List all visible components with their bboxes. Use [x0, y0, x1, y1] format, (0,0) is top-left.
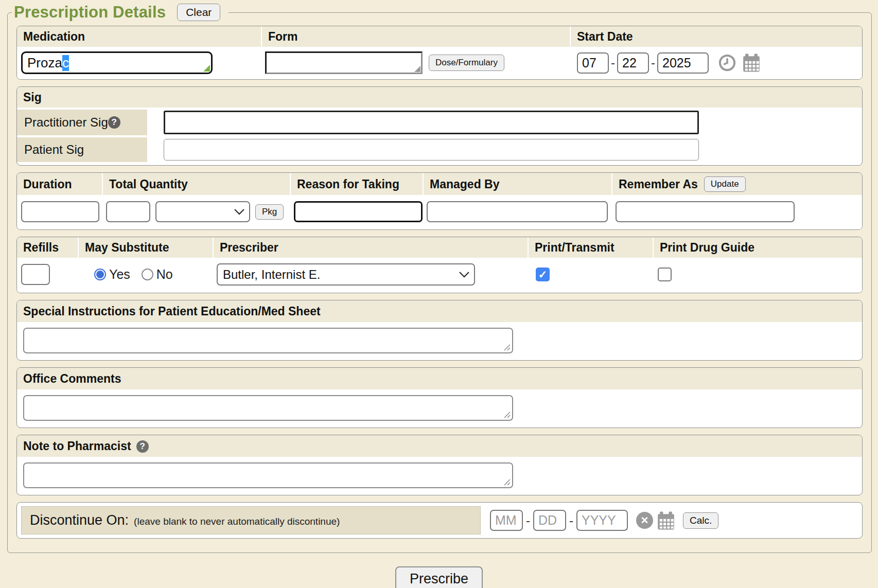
date-separator: - — [569, 513, 573, 528]
prescription-details-fieldset: Prescription Details Clear Medication Fo… — [7, 3, 872, 553]
special-instructions-header: Special Instructions for Patient Educati… — [17, 300, 862, 322]
print-drug-guide-header: Print Drug Guide — [654, 237, 862, 258]
medication-header: Medication — [17, 26, 262, 47]
discontinue-hint: (leave blank to never automatically disc… — [134, 516, 340, 527]
medication-section: Medication Form Start Date Prozac Dose/F… — [16, 26, 863, 80]
help-icon[interactable]: ? — [108, 116, 120, 129]
remember-as-input[interactable] — [616, 201, 795, 222]
quantity-unit-select[interactable] — [155, 201, 250, 222]
substitute-no-radio[interactable]: No — [142, 267, 173, 282]
discontinue-section: Discontinue On: (leave blank to never au… — [16, 502, 863, 539]
calendar-icon[interactable] — [656, 511, 676, 530]
chevron-down-icon — [459, 271, 470, 278]
refills-input[interactable] — [21, 264, 50, 285]
clear-button[interactable]: Clear — [177, 4, 220, 21]
calc-button[interactable]: Calc. — [683, 512, 718, 529]
resize-corner-icon — [414, 66, 420, 72]
office-comments-textarea[interactable] — [23, 395, 513, 421]
refills-header: Refills — [17, 237, 79, 258]
medication-input[interactable]: Prozac — [21, 51, 213, 74]
help-icon[interactable]: ? — [136, 440, 149, 453]
start-date-year-input[interactable] — [657, 52, 709, 74]
managed-by-header: Managed By — [424, 173, 612, 195]
medication-selected-text: c — [62, 55, 69, 71]
date-separator: - — [651, 56, 655, 70]
start-date-month-input[interactable] — [577, 52, 609, 74]
office-comments-header: Office Comments — [17, 368, 862, 389]
duration-input[interactable] — [21, 201, 99, 222]
resize-handle-icon[interactable] — [504, 412, 511, 418]
chevron-down-icon — [234, 208, 245, 216]
radio-selected-icon — [94, 269, 106, 280]
discontinue-label: Discontinue On: (leave blank to never au… — [21, 506, 481, 534]
update-button[interactable]: Update — [704, 176, 746, 192]
note-to-pharmacist-section: Note to Pharmacist ? — [16, 435, 863, 495]
practitioner-sig-label: Practitioner Sig? — [17, 110, 147, 135]
quantity-input[interactable] — [106, 201, 150, 222]
practitioner-sig-input[interactable] — [164, 111, 699, 134]
prescriber-header: Prescriber — [214, 237, 529, 258]
reason-input[interactable] — [294, 201, 423, 222]
form-input[interactable] — [265, 51, 423, 74]
dose-formulary-button[interactable]: Dose/Formulary — [429, 55, 504, 71]
discontinue-year-input[interactable] — [576, 510, 628, 531]
clear-date-icon[interactable]: ✕ — [636, 512, 653, 529]
date-separator: - — [526, 513, 530, 528]
date-separator: - — [611, 56, 615, 70]
calendar-icon[interactable] — [742, 53, 761, 73]
remember-as-header: Remember As Update — [612, 173, 862, 195]
may-substitute-header: May Substitute — [79, 237, 214, 258]
page-title: Prescription Details — [14, 3, 166, 22]
note-to-pharmacist-header: Note to Pharmacist ? — [17, 435, 862, 457]
special-instructions-section: Special Instructions for Patient Educati… — [16, 300, 863, 361]
print-transmit-header: Print/Transmit — [529, 237, 654, 258]
resize-corner-icon — [203, 65, 210, 72]
patient-sig-input[interactable] — [164, 139, 699, 161]
sig-header: Sig — [17, 87, 862, 108]
start-date-day-input[interactable] — [617, 52, 649, 74]
pkg-button[interactable]: Pkg — [255, 204, 284, 220]
sig-section: Sig Practitioner Sig? Patient Sig — [16, 86, 863, 166]
managed-by-input[interactable] — [427, 201, 608, 222]
form-header: Form — [262, 26, 571, 47]
patient-sig-label: Patient Sig — [17, 137, 147, 162]
total-quantity-header: Total Quantity — [103, 173, 291, 195]
office-comments-section: Office Comments — [16, 367, 863, 428]
substitute-yes-radio[interactable]: Yes — [94, 267, 130, 282]
prescriber-section: Refills May Substitute Prescriber Print/… — [16, 237, 863, 293]
clock-icon[interactable] — [718, 54, 736, 72]
medication-value: Proza — [27, 55, 62, 71]
prescribe-button[interactable]: Prescribe — [395, 566, 483, 588]
reason-header: Reason for Taking — [291, 173, 424, 195]
discontinue-day-input[interactable] — [533, 510, 566, 531]
prescription-details-legend: Prescription Details Clear — [12, 3, 229, 22]
resize-handle-icon[interactable] — [504, 479, 511, 486]
print-transmit-checkbox[interactable]: ✓ — [536, 268, 550, 281]
prescriber-select[interactable]: Butler, Internist E. — [217, 263, 475, 286]
duration-header: Duration — [17, 173, 103, 195]
resize-handle-icon[interactable] — [504, 344, 511, 351]
note-to-pharmacist-textarea[interactable] — [23, 462, 513, 488]
print-drug-guide-checkbox[interactable] — [658, 268, 672, 281]
details-section: Duration Total Quantity Reason for Takin… — [16, 172, 863, 230]
radio-unselected-icon — [142, 269, 153, 280]
start-date-header: Start Date — [571, 26, 862, 47]
special-instructions-textarea[interactable] — [23, 328, 513, 353]
discontinue-month-input[interactable] — [490, 510, 523, 531]
